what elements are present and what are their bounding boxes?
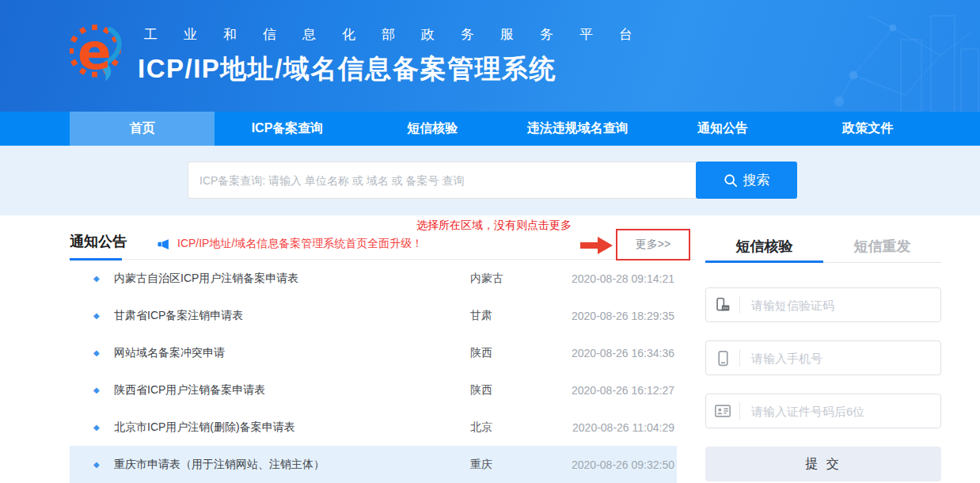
notice-item-date: 2020-08-26 18:29:35: [559, 310, 674, 322]
id-number-field[interactable]: [750, 404, 933, 419]
notice-item-date: 2020-08-26 16:34:36: [559, 347, 674, 359]
notice-item-region: 内蒙古: [470, 272, 559, 286]
notice-item-title[interactable]: 内蒙古自治区ICP用户注销备案申请表: [114, 272, 470, 286]
sms-code-input-group: [705, 287, 941, 322]
notice-item-title[interactable]: 甘肃省ICP备案注销申请表: [114, 309, 470, 323]
notice-list-item[interactable]: ◆ 北京市ICP用户注销(删除)备案申请表 北京 2020-08-26 11:0…: [70, 409, 677, 446]
red-annotation-text: 选择所在区域，没有则点击更多: [416, 219, 572, 233]
sms-code-field[interactable]: [750, 298, 933, 313]
notice-list-item[interactable]: ◆ 陕西省ICP用户注销备案申请表 陕西 2020-08-26 16:12:27: [70, 371, 677, 409]
input-divider: [739, 296, 740, 314]
submit-button[interactable]: 提 交: [705, 447, 941, 481]
id-number-input-group: [705, 394, 941, 428]
search-button[interactable]: 搜索: [696, 162, 797, 199]
notice-list-item[interactable]: ◆ 内蒙古自治区ICP用户注销备案申请表 内蒙古 2020-08-28 09:1…: [70, 260, 677, 297]
announcement-text: ICP/IP地址/域名信息备案管理系统首页全面升级！: [177, 237, 423, 251]
search-button-label: 搜索: [743, 171, 770, 189]
notice-item-title[interactable]: 陕西省ICP用户注销备案申请表: [114, 383, 470, 397]
wireframe-buildings-decoration: [743, 0, 980, 112]
nav-item-icp-record-query[interactable]: ICP备案查询: [215, 112, 359, 146]
diamond-bullet-icon: ◆: [93, 460, 104, 469]
notice-item-region: 陕西: [470, 383, 559, 397]
notice-panel: 通知公告 ICP/IP地址/域名信息备案管理系统首页全面升级！ 选择所在区域，没…: [70, 215, 695, 483]
speaker-icon: [157, 238, 170, 250]
notice-item-region: 甘肃: [470, 309, 559, 323]
platform-title: 工业和信息化部政务服务平台: [144, 25, 659, 44]
search-section: 搜索: [0, 146, 980, 215]
notice-item-title[interactable]: 北京市ICP用户注销(删除)备案申请表: [114, 420, 470, 435]
nav-item-policy-files[interactable]: 政策文件: [796, 112, 940, 146]
input-divider: [739, 349, 740, 367]
main-nav: 首页ICP备案查询短信核验违法违规域名查询通知公告政策文件: [0, 112, 980, 146]
notice-item-region: 北京: [470, 420, 559, 435]
miit-logo-icon: e: [70, 19, 123, 89]
announcement-bar[interactable]: ICP/IP地址/域名信息备案管理系统首页全面升级！: [157, 237, 423, 251]
svg-text:e: e: [78, 23, 112, 81]
tab-sms-resend[interactable]: 短信重发: [823, 215, 941, 263]
notice-item-region: 陕西: [470, 346, 559, 360]
more-button-label: 更多>>: [636, 238, 670, 252]
notice-title-underline: [70, 258, 122, 261]
notice-panel-title: 通知公告: [70, 232, 127, 251]
input-divider: [739, 402, 740, 420]
diamond-bullet-icon: ◆: [93, 274, 104, 283]
mobile-phone-icon: [706, 350, 739, 367]
red-arrow-right-icon: [579, 236, 613, 255]
nav-item-sms-verify[interactable]: 短信核验: [360, 112, 505, 146]
notice-list-item[interactable]: ◆ 重庆市申请表（用于注销网站、注销主体） 重庆 2020-08-26 09:3…: [70, 446, 677, 483]
notice-item-title[interactable]: 重庆市申请表（用于注销网站、注销主体）: [114, 458, 470, 472]
more-button[interactable]: 更多>>: [616, 229, 690, 261]
notice-item-region: 重庆: [470, 458, 559, 472]
phone-input-group: [705, 340, 941, 375]
diamond-bullet-icon: ◆: [93, 311, 104, 320]
system-title: ICP/IP地址/域名信息备案管理系统: [138, 51, 659, 87]
notice-list-item[interactable]: ◆ 网站域名备案冲突申请 陕西 2020-08-26 16:34:36: [70, 334, 677, 371]
notice-item-date: 2020-08-28 09:14:21: [559, 272, 674, 285]
sms-code-icon: [706, 297, 739, 314]
icp-search-input[interactable]: [188, 162, 696, 199]
tab-sms-verify[interactable]: 短信核验: [705, 215, 823, 263]
diamond-bullet-icon: ◆: [93, 386, 104, 394]
site-header: e 工业和信息化部政务服务平台 ICP/IP地址/域名信息备案管理系统: [0, 0, 980, 112]
nav-item-illegal-domain-query[interactable]: 违法违规域名查询: [505, 112, 650, 146]
diamond-bullet-icon: ◆: [93, 423, 104, 432]
notice-item-date: 2020-08-26 16:12:27: [559, 384, 674, 397]
notice-list-item[interactable]: ◆ 甘肃省ICP备案注销申请表 甘肃 2020-08-26 18:29:35: [70, 297, 677, 334]
notice-list: ◆ 内蒙古自治区ICP用户注销备案申请表 内蒙古 2020-08-28 09:1…: [70, 260, 695, 483]
diamond-bullet-icon: ◆: [93, 348, 104, 357]
nav-item-home[interactable]: 首页: [70, 112, 215, 146]
search-icon: [724, 173, 738, 188]
notice-item-title[interactable]: 网站域名备案冲突申请: [114, 346, 470, 360]
nav-item-notices[interactable]: 通知公告: [650, 112, 795, 146]
notice-item-date: 2020-08-26 11:04:29: [559, 421, 674, 434]
id-card-icon: [706, 402, 739, 420]
notice-item-date: 2020-08-26 09:32:50: [559, 458, 674, 471]
phone-field[interactable]: [750, 351, 933, 366]
sms-verify-panel: 短信核验 短信重发: [705, 215, 941, 483]
